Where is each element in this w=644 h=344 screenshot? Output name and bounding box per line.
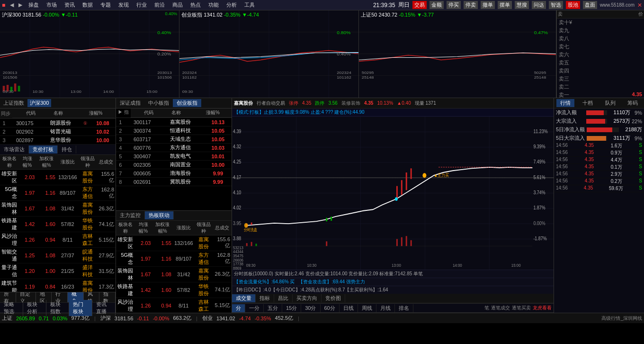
chart-shangzheng50[interactable]: 上证50 2430.72 -0.15% ▼-3.77 0.47% 50295 2…: [359, 10, 556, 98]
close-icon[interactable]: ✕: [637, 2, 642, 9]
chart-chuangyeban[interactable]: 创业板指 1341.02 -0.35% ▼-4.74 0.80% 0.40% 2…: [179, 10, 359, 98]
time-tab-fen[interactable]: 分: [232, 304, 245, 312]
time-tab-monthly[interactable]: 月线: [376, 304, 395, 312]
sector-row-3[interactable]: 装饰园林 1.67 1.08 31/42 嘉寓股份 26.3亿: [0, 201, 116, 217]
wenda-button[interactable]: 问达: [532, 1, 546, 9]
subtab-sector-analysis[interactable]: 板块分析: [23, 300, 46, 316]
mid-stock-row-8[interactable]: 8 002691 冀凯股份 9.99: [116, 178, 232, 186]
pen-icon[interactable]: 笔: [484, 305, 491, 311]
sector-row-6[interactable]: 智能交通 1.25 1.08 27/37 皖通科技 27.9亿: [0, 248, 116, 263]
cbt-changbi[interactable]: 昌比: [274, 294, 293, 302]
bs-tab-chouma[interactable]: 筹码: [624, 99, 642, 107]
time-tab-60min[interactable]: 60分: [321, 304, 340, 312]
sector-tab-radar[interactable]: 市场雷达: [0, 145, 29, 154]
midtab-chuangye[interactable]: 创业板指: [173, 99, 201, 107]
stock-row-3[interactable]: 3 002897 意华股份 10.00: [0, 136, 116, 145]
hot-sector-row-2[interactable]: 5G概念 1.97 1.16 89/107 东方通信 162.8亿: [116, 251, 232, 266]
cbt-chengjiao[interactable]: 成交量: [232, 294, 256, 302]
hot-tab-hot-board[interactable]: 热板联动: [145, 211, 174, 219]
midtab-zhongxiao[interactable]: 中小板指: [144, 99, 173, 107]
time-tab-weekly[interactable]: 周线: [358, 304, 376, 312]
trade-row-5[interactable]: 14:56 4.35 2.9万 S: [554, 171, 644, 178]
zonghe2-label[interactable]: 逐笔买卖: [512, 305, 533, 311]
mid-stock-row-3[interactable]: 3 603717 天域生态 10.05: [116, 135, 232, 144]
zonghe-label[interactable]: 逐笔成交: [491, 305, 512, 311]
sector-tab-jingpai[interactable]: 竞价打板: [29, 145, 58, 154]
zhixuan-button[interactable]: 智选: [549, 1, 563, 9]
trade-row-6[interactable]: 14:56 4.35 0.2万 S: [554, 178, 644, 185]
sector-row-4[interactable]: 铁路基建 1.42 1.60 57/82 华铁股份 74.1亿: [0, 217, 116, 232]
time-tab-5min[interactable]: 五分: [264, 304, 282, 312]
nav-shuju[interactable]: 数据: [81, 1, 94, 9]
trade-row-2[interactable]: 14:56 4.35 0.9万 S: [554, 150, 644, 157]
time-tab-rank[interactable]: 排名: [395, 304, 413, 312]
subtab-news[interactable]: 资讯直播: [92, 300, 116, 316]
trade-button[interactable]: 交易: [412, 1, 427, 9]
sync-label[interactable]: 同步: [1, 110, 10, 117]
tab-hushen300[interactable]: 沪深300: [27, 99, 51, 107]
hot-sector-row-1[interactable]: 雄安新区 2.03 1.55 132/166 嘉寓股份 155.6亿: [116, 235, 232, 251]
mid-stock-row-6[interactable]: 6 002305 南国置业 10.00: [116, 161, 232, 169]
subtab-strategy[interactable]: 策略预选: [0, 300, 23, 316]
nav-gongneng[interactable]: 功能: [207, 1, 220, 9]
nav-gongju[interactable]: 工具: [243, 1, 256, 9]
nav-fenxi[interactable]: 分析: [225, 1, 238, 9]
trade-row-3[interactable]: 14:56 4.35 4.4万 S: [554, 157, 644, 164]
midtab-shenzheng[interactable]: 深证成指: [116, 99, 144, 107]
hot-sector-row-4[interactable]: 铁路基建 1.42 1.60 57/82 华铁股份 74.1亿: [116, 282, 232, 298]
chedan-button[interactable]: 撤单: [481, 1, 495, 9]
baidan-button[interactable]: 摆单: [498, 1, 512, 9]
bs-tab-shidang[interactable]: 十档: [579, 99, 597, 107]
time-tab-15min[interactable]: 15分: [282, 304, 301, 312]
time-tab-30min[interactable]: 30分: [301, 304, 320, 312]
sector-row-5[interactable]: 风沙治理 1.26 0.94 8/11 吉林森工 5.15亿: [0, 232, 116, 248]
mid-stock-row-4[interactable]: 4 600776 东方通信 10.03: [116, 144, 232, 152]
hot-sector-row-5[interactable]: 风沙治理 1.26 0.94 8/11 吉林森工 5.15亿: [116, 298, 232, 313]
sector-row-2[interactable]: 5G概念 1.97 1.16 89/107 东方通信 162.8亿: [0, 185, 116, 201]
hot-sector-row-3[interactable]: 装饰园林 1.67 1.08 31/42 嘉寓股份 26.3亿: [116, 266, 232, 282]
tingmai2-button[interactable]: 停卖: [464, 1, 478, 9]
nav-back[interactable]: ◀: [10, 2, 14, 8]
nav-faxian[interactable]: 发现: [117, 1, 130, 9]
sector-row-7[interactable]: 量子通信 1.20 1.00 21/25 盛洋科技 31.5亿: [0, 263, 116, 279]
huisou-button[interactable]: 慧搜: [515, 1, 529, 9]
nav-shichang[interactable]: 市场: [45, 1, 58, 9]
nav-shangpin[interactable]: 商品: [171, 1, 184, 9]
mid-stock-row-5[interactable]: 5 300407 凯发电气 10.01: [116, 152, 232, 161]
nav-qianyan[interactable]: 前沿: [153, 1, 166, 9]
trade-row-4[interactable]: 14:56 4.35 0.1万 S: [554, 164, 644, 171]
sector-row-1[interactable]: 雄安新区 2.03 1.55 132/166 嘉寓股份 155.6亿: [0, 170, 116, 185]
guchi-button[interactable]: 股池: [566, 1, 580, 9]
chart-hushen300[interactable]: 沪深300 3181.56 -0.00% ▼-0.11: [0, 10, 179, 98]
jine-button[interactable]: 金额: [429, 1, 444, 9]
stock-row-2[interactable]: 2 002902 铭普光磁 10.02: [0, 127, 116, 136]
trade-row-1[interactable]: 14:56 4.35 1.6万 S: [554, 143, 644, 150]
subtab-hot-sector[interactable]: 热门板块: [69, 300, 92, 316]
nav-hangye[interactable]: 行业: [135, 1, 148, 9]
subtab-sector-index[interactable]: 板块指数: [46, 300, 70, 316]
tab-shangzheng[interactable]: 上证指数: [1, 99, 27, 107]
nav-forward[interactable]: ▶: [18, 2, 22, 8]
mid-stock-row-2[interactable]: 2 300374 恒通科技 10.05: [116, 127, 232, 135]
hot-tab-main-monitor[interactable]: 主力监控: [116, 211, 145, 219]
cbt-jingpai[interactable]: 竞价图: [322, 294, 345, 302]
sector-row-8[interactable]: 建筑节能 1.19 0.84 16/23 嘉寓股份 17.3亿: [0, 279, 116, 292]
bs-tab-duilei[interactable]: 队列: [601, 99, 619, 107]
cbt-zhibiao[interactable]: 指标: [256, 294, 274, 302]
nav-caopan[interactable]: 操盘: [27, 1, 40, 9]
sector-tab-chicang[interactable]: 持仓: [58, 145, 76, 154]
panmian-button[interactable]: 盘面: [583, 1, 597, 9]
time-tab-1min[interactable]: 一分: [245, 304, 264, 312]
candle-chart-area[interactable]: 11.23% 9.39% 7.49% 5.61% 3.74% 1.87% 0.0…: [232, 117, 554, 270]
trade-row-7[interactable]: 14:56 4.35 59.6万 S: [554, 185, 644, 192]
nav-zhuanti[interactable]: 专题: [99, 1, 112, 9]
long-watch-label[interactable]: 龙虎看看: [533, 305, 554, 311]
cbt-maimai[interactable]: 买卖方向: [293, 294, 322, 302]
stock-row-1[interactable]: 1 300175 朗源股份 ① 10.08: [0, 119, 116, 127]
mid-stock-row-1[interactable]: 1 300117 嘉寓股份 10.13: [116, 118, 232, 127]
bs-tab-hangqing[interactable]: 行情: [556, 99, 574, 107]
tingmai-button[interactable]: 停买: [447, 1, 461, 9]
nav-zixun[interactable]: 资讯: [63, 1, 76, 9]
nav-redian[interactable]: 热点: [189, 1, 202, 9]
mid-stock-row-7[interactable]: 7 000605 渤海股份 9.99: [116, 169, 232, 178]
